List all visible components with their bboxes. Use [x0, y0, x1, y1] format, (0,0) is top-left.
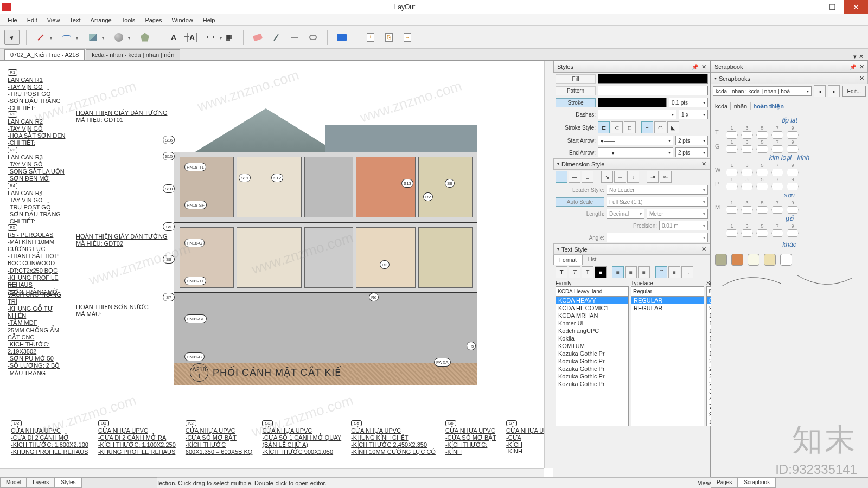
join-miter[interactable]: ⌐ — [641, 121, 653, 133]
section-tag[interactable]: S16 — [163, 136, 175, 144]
close-button[interactable]: ✕ — [844, 0, 868, 14]
tab-0[interactable]: 0702_A_Kiến Trúc - A218 — [4, 49, 85, 60]
scrapbook-swatches[interactable] — [711, 249, 868, 270]
end-arrow-select[interactable]: ——● — [598, 147, 673, 157]
join-bevel[interactable]: ◣ — [667, 121, 679, 133]
cap-square[interactable]: □ — [624, 121, 636, 133]
stroke-swatch[interactable] — [598, 98, 667, 107]
pattern-swatch[interactable] — [598, 86, 708, 95]
dim-vert[interactable]: ↓ — [627, 171, 639, 183]
annotation[interactable]: R2LAN CAN R2-TAY VỊN GỖ-HOA SẮT SƠN ĐEN-… — [8, 111, 67, 146]
menu-help[interactable]: Help — [199, 16, 220, 24]
cap-flat[interactable]: ⊏ — [598, 121, 610, 133]
menu-pages[interactable]: Pages — [141, 16, 166, 24]
circle-tool[interactable] — [111, 30, 126, 45]
scrapbook-grid[interactable]: ốp látT13579G13579kim loại - kínhW13579P… — [711, 113, 868, 240]
duplicate-page-button[interactable]: ⎘ — [381, 30, 397, 45]
align-left[interactable]: ≡ — [612, 266, 624, 278]
leader-select[interactable]: No Leader — [607, 185, 708, 195]
arc-tool[interactable] — [59, 30, 74, 45]
room-tag[interactable]: R2 — [423, 192, 433, 201]
start-arrow-size[interactable]: 2 pts — [675, 136, 708, 145]
pin-icon[interactable]: 📌 — [692, 64, 698, 70]
tab-1[interactable]: kcda - nhãn - kcda | nhãn | nền — [86, 49, 180, 60]
family-input[interactable] — [556, 286, 629, 296]
room-tag[interactable]: PN01-SF — [184, 314, 207, 323]
style-tool[interactable] — [269, 30, 284, 45]
section-tag[interactable]: S15 — [163, 152, 175, 160]
room-tag[interactable]: PN18-SF — [184, 201, 207, 209]
angle-select[interactable] — [607, 233, 708, 242]
line-tool[interactable] — [33, 30, 48, 45]
color-swatch[interactable] — [715, 254, 727, 266]
align-right[interactable]: ≡ — [638, 266, 650, 278]
menu-tools[interactable]: Tools — [117, 16, 140, 24]
section-tag[interactable]: S8 — [163, 255, 175, 264]
room-tag[interactable]: PN18-G — [184, 239, 205, 247]
room-tag[interactable]: R6 — [369, 293, 379, 301]
text-section[interactable]: Text Style✕ — [553, 243, 710, 255]
align-center[interactable]: ≡ — [625, 266, 637, 278]
typeface-list[interactable]: REGULARREGULAR — [631, 296, 704, 426]
menu-text[interactable]: Text — [65, 16, 85, 24]
annotation[interactable]: K2CỬA NHỰA UPVC-CỬA SỔ MỞ BẬT-KÍCH THƯỚC… — [186, 420, 253, 455]
close-icon[interactable]: ✕ — [701, 160, 706, 168]
room-tag[interactable]: PN01-G — [184, 352, 205, 361]
annotation[interactable]: HOÀN THIỆN GIẤY DÁN TƯỜNGMÃ HIỆU: GDT02 — [76, 233, 167, 247]
tab-model[interactable]: Model — [0, 478, 27, 488]
annotation[interactable]: HOÀN THIỆN SƠN NƯỚCMÃ MÀU: — [76, 304, 149, 318]
dim-horiz[interactable]: → — [614, 171, 626, 183]
start-arrow-select[interactable]: ●—— — [598, 136, 673, 145]
maximize-button[interactable]: ☐ — [820, 0, 844, 14]
end-arrow-size[interactable]: 2 pts — [675, 147, 708, 157]
valign-top[interactable]: ⎴ — [655, 266, 667, 278]
fill-toggle[interactable]: Fill — [556, 74, 596, 84]
valign-mid[interactable]: ≡ — [668, 266, 680, 278]
menu-view[interactable]: View — [43, 16, 65, 24]
autoscale-toggle[interactable]: Auto Scale — [556, 197, 604, 207]
minimize-button[interactable]: — — [796, 0, 820, 14]
annotation[interactable]: S5CỬA NHỰA UPVC-KHUNG KÍNH CHẾT-KÍCH THƯ… — [351, 420, 436, 455]
table-tool[interactable]: ▦ — [221, 30, 237, 45]
annotation[interactable]: R1LAN CAN R1-TAY VỊN GỖ-TRỤ POST GỖ-SƠN … — [8, 69, 67, 112]
scrapbook-select[interactable]: kcda - nhãn : kcda | nhãn | hoà — [713, 86, 812, 96]
tab-scrapbook[interactable]: Scrapbook — [738, 478, 776, 488]
close-icon[interactable]: ✕ — [701, 63, 706, 70]
scrollbar-vertical[interactable] — [544, 61, 553, 468]
fill-swatch[interactable] — [598, 74, 708, 84]
menu-edit[interactable]: Edit — [23, 16, 42, 24]
typeface-input[interactable] — [631, 286, 704, 296]
annotation[interactable]: D2CỬA NHỰA UPVC-CỬA ĐI 2 CÁNH MỞ-KÍCH TH… — [11, 420, 88, 455]
scrapbook-header[interactable]: Scrapbook📌✕ — [711, 61, 868, 73]
text-tab-list[interactable]: List — [583, 255, 602, 265]
annotation[interactable]: HOÀN THIỆN GIẤY DÁN TƯỜNGMÃ HIỆU: GDT01 — [76, 110, 167, 124]
scrapbook-curves[interactable] — [716, 270, 857, 292]
section-tag[interactable]: S9 — [163, 222, 175, 231]
room-tag[interactable]: R3 — [380, 260, 390, 269]
dim-below[interactable]: ⎽ — [582, 171, 593, 183]
room-tag[interactable]: PA-5A — [434, 358, 451, 367]
pattern-toggle[interactable]: Pattern — [556, 86, 596, 95]
scrapbook-next[interactable]: ▸ — [828, 85, 840, 97]
room-tag[interactable]: S12 — [271, 174, 283, 182]
split-tool[interactable] — [287, 30, 302, 45]
length-unit[interactable]: Meter — [647, 209, 708, 219]
section-tag[interactable]: S7 — [163, 293, 175, 301]
dim-above[interactable]: ⎺ — [556, 171, 567, 183]
scale-select[interactable]: Full Size (1:1) — [607, 197, 708, 207]
dash-scale[interactable]: 1 x — [679, 110, 708, 119]
pin-icon[interactable]: 📌 — [850, 64, 856, 70]
select-tool[interactable] — [4, 30, 20, 45]
canvas[interactable]: R1LAN CAN R1-TAY VỊN GỖ-TRỤ POST GỖ-SƠN … — [0, 61, 553, 477]
join-tool[interactable] — [305, 30, 321, 45]
color-button[interactable]: ■ — [595, 266, 607, 278]
presentation-button[interactable] — [334, 30, 349, 45]
menu-window[interactable]: Window — [168, 16, 197, 24]
cap-round[interactable]: ⊂ — [611, 121, 623, 133]
family-list[interactable]: KCDA HEAVYKCDA HL COMIC1KCDA MRHANKhmer … — [556, 296, 629, 426]
annotation[interactable]: S3CỬA NHỰA UPVC-CỬA SỔ 1 CÁNH MỞ QUAY(BẢ… — [262, 420, 341, 455]
color-swatch[interactable] — [780, 254, 792, 266]
stroke-width-select[interactable]: 0.1 pts — [669, 98, 708, 107]
room-tag[interactable]: S11 — [239, 174, 251, 182]
dimension-section[interactable]: Dimension Style✕ — [553, 158, 710, 170]
